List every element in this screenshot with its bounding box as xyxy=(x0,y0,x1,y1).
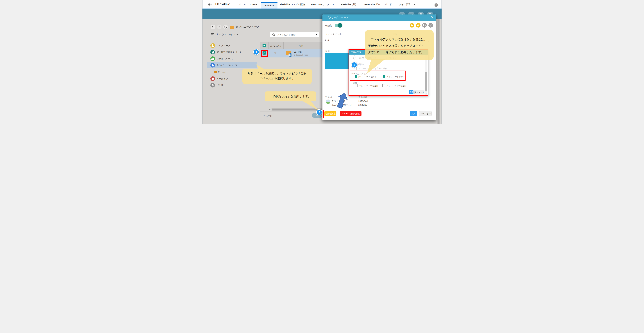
tab-chatter[interactable]: Chatter xyxy=(250,3,258,6)
callout-step2: 「高度な設定」を選択します。 xyxy=(265,91,316,101)
sidebar-item-label: マイスペース xyxy=(216,44,230,47)
nav-accent-line xyxy=(202,8,442,9)
search-input[interactable] xyxy=(276,33,310,37)
trash-icon xyxy=(210,83,215,87)
globe-icon xyxy=(288,53,292,57)
app-launcher-icon[interactable] xyxy=(208,2,212,6)
key-icon[interactable] xyxy=(428,23,433,27)
filter-selector[interactable]: すべてのファイル xyxy=(216,33,235,36)
favorite-heart-icon[interactable]: ♥ xyxy=(274,51,276,55)
column-name[interactable]: 名前 xyxy=(299,44,304,47)
sidebar-item-label: 電子帳簿保存法スペース xyxy=(216,51,242,54)
forward-button[interactable] xyxy=(217,25,222,29)
blue-arrow-annotation xyxy=(335,92,350,109)
v-scrollbar-track[interactable]: ▲ ▼ xyxy=(425,54,427,95)
app-window: Fleekdrive ホーム Chatter Fleekdrive Fleekd… xyxy=(202,0,442,124)
tab-dashboard[interactable]: Fleekdrive ダッシュボード xyxy=(364,3,392,6)
refresh-icon[interactable] xyxy=(223,25,228,29)
page-scrollbar[interactable] xyxy=(437,18,440,124)
tab-home[interactable]: ホーム xyxy=(239,3,246,6)
logo-preview xyxy=(325,53,348,69)
step-badge-2: 2 xyxy=(316,109,322,115)
send-password-self-label: パスワードメールを自分へ送る xyxy=(358,67,387,70)
site-title-label: サイトタイトル xyxy=(325,33,342,36)
chevron-down-icon[interactable] xyxy=(316,34,318,35)
step-badge-3: 3 xyxy=(351,62,357,68)
sidebar-item-my-space[interactable]: マイスペース xyxy=(207,43,257,48)
column-favorite[interactable]: お気に入り xyxy=(270,44,282,47)
notify-upload-label: アップロード時に通知 xyxy=(386,84,406,87)
tab-file-delivery[interactable]: Fleekdrive ファイル配信 xyxy=(280,3,305,6)
notify-upload-checkbox[interactable] xyxy=(382,84,385,87)
sidebar-item-company-space[interactable]: カンパニースペース xyxy=(207,62,257,68)
sidebar-item-label: コラボスペース xyxy=(216,57,233,60)
row-meta: 0 Space, 1 Files xyxy=(294,54,308,56)
breadcrumb: カンパニースペース xyxy=(236,25,260,28)
modal-title: パブリックスペース xyxy=(326,16,349,19)
cloud-download-icon[interactable] xyxy=(410,23,414,27)
avatar xyxy=(326,99,330,104)
sidebar-item-collab-space[interactable]: コラボスペース xyxy=(207,56,257,61)
callout-step1: 対象スペースを選択し、ライトナビで「公開 スペース」を選択します。 xyxy=(242,69,312,84)
chevron-down-icon[interactable] xyxy=(414,4,416,5)
next-button[interactable]: 次へ xyxy=(410,111,417,116)
updated-at-label: 更新日時 xyxy=(358,96,368,98)
site-title-value[interactable]: test xyxy=(325,39,329,41)
cancel-button[interactable]: キャンセル xyxy=(414,90,424,94)
notify-download-checkbox[interactable] xyxy=(355,84,358,87)
filter-icon[interactable] xyxy=(211,33,215,36)
back-button[interactable] xyxy=(211,25,215,29)
divider xyxy=(260,112,322,112)
radio-password-auto[interactable] xyxy=(354,57,356,59)
chevron-down-icon[interactable] xyxy=(236,34,238,35)
divider xyxy=(202,31,322,31)
sidebar-item-label: ゴミ箱 xyxy=(216,84,224,87)
delete-publish-button[interactable]: スペース公開を削除 xyxy=(340,111,362,116)
annotation-box-file-access xyxy=(350,70,406,81)
close-icon[interactable]: × xyxy=(431,15,433,20)
sidebar-item-label: 01_test xyxy=(218,71,226,73)
step-badge-1: 1 xyxy=(253,49,259,55)
tab-workflow[interactable]: Fleekdrive ワークフロー xyxy=(311,3,336,6)
search-icon xyxy=(272,33,275,36)
updated-time: 19:22:23 xyxy=(358,103,367,106)
cloud-upload-icon[interactable] xyxy=(416,23,420,27)
sidebar-item-ledger-space[interactable]: 電子帳簿保存法スペース xyxy=(207,49,257,55)
enable-toggle[interactable] xyxy=(335,24,342,27)
select-all-checkbox[interactable] xyxy=(262,44,266,47)
tab-more[interactable]: さらに表示 xyxy=(399,3,410,6)
sidebar-item-label: アーカイブ xyxy=(216,77,228,80)
tab-fleekdrive-active[interactable]: Fleekdrive xyxy=(261,2,278,8)
enable-label: 有効化 xyxy=(325,24,332,27)
row-name[interactable]: 01_test xyxy=(294,50,302,53)
save-icon[interactable] xyxy=(422,23,427,27)
annotation-box-checkbox xyxy=(261,50,268,57)
search-box xyxy=(270,32,319,37)
tab-settings[interactable]: Fleekdrive 設定 xyxy=(340,3,356,6)
folder-icon xyxy=(214,70,217,73)
ledger-document-icon xyxy=(210,50,215,54)
people-icon xyxy=(210,56,215,61)
item-count: 1件の項目 xyxy=(262,114,272,117)
cancel-button[interactable]: キャンセル xyxy=(419,111,432,116)
dialog-title: 高度な設定 xyxy=(351,51,361,54)
building-icon xyxy=(210,63,215,67)
ok-button[interactable]: OK xyxy=(409,90,414,94)
top-nav: Fleekdrive ホーム Chatter Fleekdrive Fleekd… xyxy=(202,0,442,8)
h-scrollbar-track[interactable] xyxy=(272,108,323,111)
scroll-left-arrow[interactable]: ◀ xyxy=(269,108,270,110)
archive-icon xyxy=(210,76,215,81)
updater-label: 更新者 xyxy=(325,96,332,98)
notify-download-label: ダウンロード時に通知 xyxy=(358,84,378,87)
folder-icon xyxy=(230,25,234,29)
sidebar-item-label: カンパニースペース xyxy=(216,64,238,67)
send-to-label: 送信先 xyxy=(358,63,364,66)
modal-header: パブリックスペース × xyxy=(322,14,436,20)
info-icon[interactable]: i xyxy=(434,3,438,7)
v-scrollbar-thumb[interactable] xyxy=(425,72,427,91)
h-scrollbar-thumb[interactable] xyxy=(272,108,322,110)
scroll-down-arrow[interactable]: ▼ xyxy=(426,93,427,94)
dialog-body: パスワード自動生成 文字数 文字 送信先 パスワードメールを自分へ送る ファイル… xyxy=(349,54,428,95)
callout-file-access: 「ファイルアクセス」で許可をする場合は、 更新者のアクセス権限でもアップロード・… xyxy=(365,30,434,60)
brand-logo: Fleekdrive xyxy=(215,2,230,6)
